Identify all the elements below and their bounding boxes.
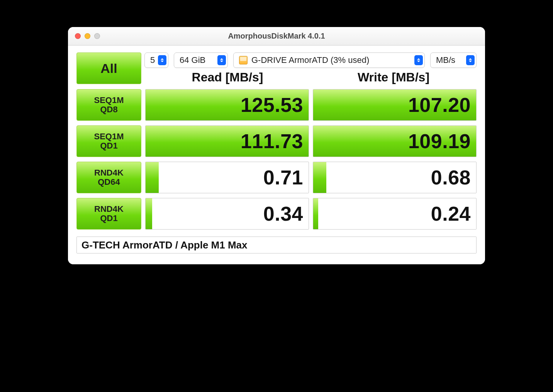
test-label-line1: RND4K [94, 204, 124, 214]
test-label-line1: RND4K [94, 168, 124, 177]
size-select[interactable]: 64 GiB [174, 52, 228, 68]
result-row: SEQ1MQD8125.53107.20 [76, 89, 477, 121]
write-cell: 107.20 [313, 89, 477, 121]
write-cell: 0.68 [313, 162, 477, 193]
read-value: 0.34 [263, 202, 303, 225]
result-row: RND4KQD10.340.24 [76, 198, 477, 230]
content-area: All 5 64 GiB G-DRIVE ArmorATD (3% used) [68, 46, 485, 264]
run-all-label: All [100, 61, 117, 76]
write-value: 107.20 [408, 93, 471, 117]
size-value: 64 GiB [180, 55, 205, 65]
chevron-updown-icon [158, 55, 166, 65]
drive-select[interactable]: G-DRIVE ArmorATD (3% used) [233, 52, 425, 68]
read-header: Read [MB/s] [144, 70, 310, 84]
read-cell: 111.73 [145, 125, 309, 157]
read-bar [146, 198, 152, 229]
run-test-button[interactable]: SEQ1MQD1 [76, 125, 141, 157]
result-row: RND4KQD640.710.68 [76, 162, 477, 193]
window-controls [75, 33, 100, 39]
unit-value: MB/s [436, 55, 455, 65]
chevron-updown-icon [217, 55, 226, 65]
description-text: G-TECH ArmorATD / Apple M1 Max [81, 239, 248, 251]
runs-select[interactable]: 5 [144, 52, 168, 68]
write-value: 0.68 [431, 166, 471, 189]
window-title: AmorphousDiskMark 4.0.1 [68, 32, 485, 41]
write-bar [313, 162, 326, 193]
chevron-updown-icon [466, 55, 475, 65]
minimize-icon[interactable] [85, 33, 90, 39]
write-cell: 109.19 [313, 125, 477, 157]
run-test-button[interactable]: RND4KQD1 [76, 198, 141, 230]
read-value: 125.53 [241, 93, 303, 117]
test-label-line2: QD1 [100, 214, 117, 223]
test-label-line2: QD1 [100, 141, 117, 150]
unit-select[interactable]: MB/s [430, 52, 477, 68]
write-bar [313, 198, 318, 229]
read-bar [146, 162, 159, 193]
run-all-button[interactable]: All [76, 52, 141, 84]
run-test-button[interactable]: RND4KQD64 [76, 162, 141, 193]
read-value: 111.73 [241, 130, 303, 153]
description-field[interactable]: G-TECH ArmorATD / Apple M1 Max [76, 237, 477, 253]
read-cell: 0.34 [145, 198, 309, 230]
test-label-line2: QD8 [100, 105, 117, 114]
write-value: 0.24 [431, 202, 471, 225]
test-label-line1: SEQ1M [94, 132, 124, 141]
app-window: AmorphousDiskMark 4.0.1 All 5 64 GiB [68, 27, 485, 264]
drive-value: G-DRIVE ArmorATD (3% used) [251, 55, 411, 65]
test-label-line1: SEQ1M [94, 96, 124, 105]
write-cell: 0.24 [313, 198, 477, 230]
disk-icon [239, 56, 248, 64]
zoom-icon [94, 33, 100, 39]
chevron-updown-icon [414, 55, 423, 65]
write-value: 109.19 [408, 130, 471, 153]
read-cell: 125.53 [145, 89, 309, 121]
titlebar: AmorphousDiskMark 4.0.1 [68, 27, 485, 46]
close-icon[interactable] [75, 33, 81, 39]
read-cell: 0.71 [145, 162, 309, 193]
run-test-button[interactable]: SEQ1MQD8 [76, 89, 141, 121]
write-header: Write [MB/s] [310, 70, 477, 84]
read-value: 0.71 [263, 166, 303, 189]
test-label-line2: QD64 [98, 177, 120, 187]
runs-value: 5 [150, 55, 155, 65]
result-row: SEQ1MQD1111.73109.19 [76, 125, 477, 157]
